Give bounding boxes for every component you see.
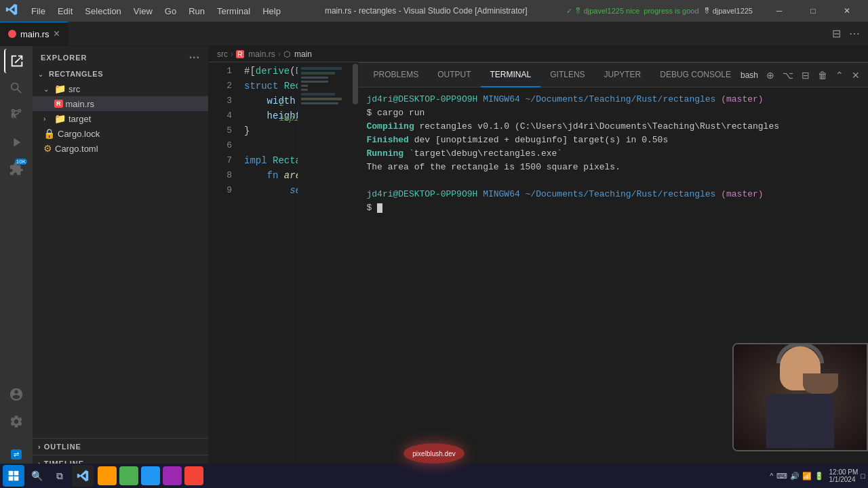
breadcrumb-sep-1: › [231,49,233,59]
taskbar-search[interactable]: 🔍 [26,465,47,487]
taskbar-app-1[interactable] [98,466,117,485]
code-editor[interactable]: 1 2 3 4 5 6 7 8 9 #[derive(Debug)] [209,62,359,472]
panel-tab-debug-console[interactable]: DEBUG CONSOLE [650,63,741,87]
panel-tab-problems[interactable]: PROBLEMS [364,63,429,87]
code-content[interactable]: #[derive(Debug)] 2 implementations struc… [239,62,298,472]
src-chevron-icon: ⌄ [43,85,52,93]
tree-item-cargo-toml[interactable]: ⚙ Cargo.toml [33,141,208,156]
tree-item-src[interactable]: ⌄ 📁 src [33,81,208,96]
svg-rect-3 [14,476,19,481]
breadcrumb-src[interactable]: src [217,49,228,59]
split-terminal-icon[interactable]: ⌥ [780,68,796,82]
target-folder-icon: 📁 [54,113,66,124]
menu-terminal[interactable]: Terminal [212,5,256,18]
taskbar-app-4[interactable] [163,466,182,485]
taskbar-taskview[interactable]: ⧉ [49,465,71,487]
menu-file[interactable]: File [26,5,51,18]
tree-root-rectangles[interactable]: ⌄ RECTANGLES [33,66,208,81]
line-numbers: 1 2 3 4 5 6 7 8 9 [209,62,239,472]
activity-search[interactable] [4,76,28,100]
editor-wrapper: 1 2 3 4 5 6 7 8 9 #[derive(Debug)] [209,62,868,472]
tree-item-cargo-lock[interactable]: 🔒 Cargo.lock [33,126,208,141]
cargo-toml-icon: ⚙ [43,143,52,154]
maximize-button[interactable]: □ [797,0,829,22]
sidebar: EXPLORER ··· ⌄ RECTANGLES ⌄ 📁 src R [33,46,209,472]
tab-bar: main.rs × ⊟ ⋯ [0,22,868,46]
panel-tab-output[interactable]: OUTPUT [428,63,480,87]
pixelblush-badge: pixelblush.dev [403,443,465,464]
editor-scrollbar[interactable] [352,62,359,472]
taskbar-apps [98,466,203,485]
more-actions-icon[interactable]: ⋯ [846,26,863,41]
start-button[interactable] [3,465,24,487]
tab-label: main.rs [20,29,50,39]
tabbar-right-actions: ⊟ ⋯ [829,26,868,41]
outline-chevron-icon: › [38,443,41,451]
taskbar-vscode[interactable] [72,465,94,487]
tab-main-rs[interactable]: main.rs × [0,22,68,46]
root-chevron-icon: ⌄ [38,70,46,78]
activity-extensions[interactable]: 10K [4,157,28,182]
close-panel-icon[interactable]: ✕ [849,68,863,82]
activity-source-control[interactable] [4,103,28,127]
code-line-9: self.width * self.height [244,183,292,198]
taskbar-app-2[interactable] [119,466,138,485]
trash-terminal-icon[interactable]: 🗑 [815,68,830,82]
cargo-lock-icon: 🔒 [43,128,55,139]
breadcrumb-symbol[interactable]: ⬡ main [283,49,312,59]
menu-run[interactable]: Run [183,5,210,18]
progress-good-badge: progress is good [644,7,698,15]
activity-explorer[interactable] [4,49,28,73]
panel-tabs: PROBLEMS OUTPUT TERMINAL GITLENS JUPYTER… [359,63,869,87]
tree-item-main-rs[interactable]: R main.rs [33,96,208,111]
terminal-layout-icon[interactable]: ⊟ [799,68,812,82]
minimize-button[interactable]: ─ [764,0,795,22]
window-controls: ─ □ ✕ [764,0,863,22]
line-num-5: 5 [209,123,232,138]
panel-tab-terminal[interactable]: TERMINAL [481,63,541,87]
activity-accounts[interactable] [4,382,28,407]
breadcrumb-file[interactable]: R main.rs [236,49,275,59]
scrollbar-thumb[interactable] [353,64,358,104]
maximize-panel-icon[interactable]: ⌃ [833,68,846,82]
tree-item-target[interactable]: › 📁 target [33,111,208,126]
taskbar-app-3[interactable] [141,466,160,485]
menu-edit[interactable]: Edit [52,5,78,18]
activity-run-debug[interactable] [4,130,28,155]
menu-selection[interactable]: Selection [79,5,126,18]
activity-bar-bottom: ⇌ [4,382,28,472]
line-num-6: 6 [209,138,232,153]
line-num-9: 9 [209,183,232,198]
user-badge-1: ✓ 🎖 djpavel1225 nice [566,7,640,16]
menu-help[interactable]: Help [257,5,286,18]
panel: PROBLEMS OUTPUT TERMINAL GITLENS JUPYTER… [359,62,869,252]
src-folder-icon: 📁 [54,83,66,94]
terminal-line-4: Finished dev [unoptimized + debuginfo] t… [367,134,861,147]
sidebar-more-icon[interactable]: ··· [189,52,200,64]
sidebar-outline-section: › OUTLINE [33,438,208,455]
line-num-3: 3 [209,94,232,108]
webcam-inner [734,344,867,450]
menu-view[interactable]: View [128,5,158,18]
terminal-line-7: jd4ri@DESKTOP-0PP9O9H MINGW64 ~/Document… [367,188,861,201]
menu-go[interactable]: Go [159,5,182,18]
editor-area: src › R main.rs › ⬡ main 1 2 [209,46,868,472]
target-folder-label: target [68,114,91,124]
taskbar-app-5[interactable] [184,466,203,485]
panel-tab-gitlens[interactable]: GITLENS [540,63,594,87]
terminal-line-3: Compiling rectangles v0.1.0 (C:\Users\jd… [367,120,861,134]
new-terminal-icon[interactable]: ⊕ [764,68,777,82]
vscode-logo-icon [5,3,18,19]
window-title: main.rs - rectangles - Visual Studio Cod… [292,6,561,16]
tab-close-icon[interactable]: × [54,28,60,39]
terminal-line-8: $ [367,201,861,215]
activity-settings[interactable] [4,409,28,434]
terminal-content[interactable]: jd4ri@DESKTOP-0PP9O9H MINGW64 ~/Document… [359,87,869,252]
outline-toggle[interactable]: › OUTLINE [33,441,208,452]
line-num-1: 1 [209,64,232,79]
webcam-overlay [732,343,868,451]
remote-indicator[interactable]: ⇌ [4,442,28,466]
panel-tab-jupyter[interactable]: JUPYTER [595,63,651,87]
close-button[interactable]: ✕ [831,0,863,22]
split-editor-icon[interactable]: ⊟ [829,26,844,41]
